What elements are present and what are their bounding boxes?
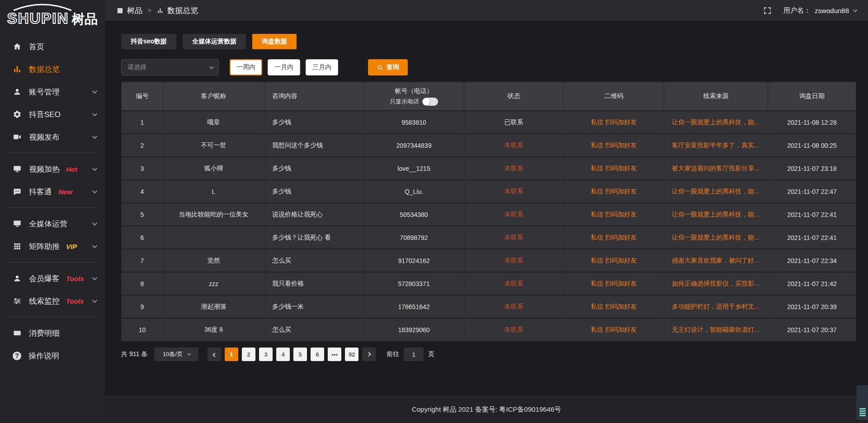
cell-number: 4	[141, 188, 144, 195]
cell-nickname: zzz	[209, 280, 218, 287]
video-icon	[13, 132, 22, 141]
cell-date: 2021-11-08 00:25	[787, 142, 837, 149]
tab-media-operation-data[interactable]: 全媒体运营数据	[183, 34, 246, 49]
page-button-1[interactable]: 1	[225, 348, 238, 361]
page-button-2[interactable]: 2	[242, 348, 255, 361]
lead-source-link[interactable]: 客厅安装投影半年多了，真实...	[672, 141, 760, 149]
tab-douyin-seo-data[interactable]: 抖音seo数据	[121, 34, 176, 49]
page-button-•••[interactable]: •••	[328, 348, 341, 361]
tab-inquiry-data[interactable]: 询盘数据	[252, 34, 297, 49]
pagination-total: 共 911 条	[121, 350, 147, 358]
sidebar-item-media-operation[interactable]: 全媒体运营	[0, 212, 105, 235]
cell-date: 2021-11-07 22:41	[787, 234, 837, 241]
lead-source-link[interactable]: 多功能护栏灯，适用于乡村文...	[672, 303, 760, 310]
range-button-one-month[interactable]: 一月内	[268, 59, 300, 75]
floating-widget[interactable]	[857, 385, 868, 420]
next-page-button[interactable]	[362, 348, 376, 361]
phone-toggle[interactable]	[422, 98, 438, 106]
filter-select[interactable]: 请选择	[121, 59, 219, 75]
qrcode-links[interactable]: 私信 扫码加好友	[591, 326, 637, 333]
table-row: 9潮起潮落多少钱一米178651642未联系私信 扫码加好友多功能护栏灯，适用于…	[122, 295, 856, 318]
qrcode-links[interactable]: 私信 扫码加好友	[591, 234, 637, 241]
column-header-label: 二维码	[604, 92, 623, 99]
page-button-92[interactable]: 92	[345, 348, 359, 361]
logo-text-cn: 树品	[71, 12, 98, 26]
qrcode-links[interactable]: 私信 扫码加好友	[591, 280, 637, 287]
lead-source-link[interactable]: 无主灯设计，智能磁吸轨道灯...	[672, 326, 760, 333]
cell-nickname: 当地比较能吃的一位美女	[179, 211, 249, 218]
fullscreen-icon[interactable]	[763, 6, 772, 15]
sidebar-divider	[7, 207, 98, 208]
sidebar-item-account-management[interactable]: 账号管理	[0, 80, 105, 103]
table-row: 3狐小狸多少钱love__1215未联系私信 扫码加好友被大家追着问的客厅投影分…	[122, 157, 856, 180]
status-badge: 未联系	[505, 188, 524, 195]
sidebar-item-data-overview[interactable]: 数据总览	[0, 58, 105, 80]
goto-page-input[interactable]: 1	[404, 348, 424, 361]
sidebar: SHUPIN树品 首页数据总览账号管理抖音SEO视频发布视频加热Hot抖客通Ne…	[0, 0, 105, 423]
sidebar-divider	[7, 153, 98, 153]
sidebar-item-douyin-seo[interactable]: 抖音SEO	[0, 103, 105, 126]
cell-content: 怎么买	[272, 257, 291, 264]
page-size-select[interactable]: 10条/页	[154, 348, 198, 361]
qrcode-links[interactable]: 私信 扫码加好友	[591, 257, 637, 264]
range-button-three-months[interactable]: 三月内	[306, 59, 338, 75]
page-button-3[interactable]: 3	[259, 348, 273, 361]
qrcode-links[interactable]: 私信 扫码加好友	[591, 211, 637, 218]
cell-account: 572803371	[398, 280, 429, 287]
chevron-down-icon	[92, 166, 97, 171]
sidebar-item-operation-guide[interactable]: ?操作说明	[0, 344, 105, 367]
sidebar-item-label: 矩阵助推	[29, 241, 60, 252]
sidebar-item-badge: Tools	[66, 275, 84, 282]
sidebar-item-video-publish[interactable]: 视频发布	[0, 126, 105, 148]
cell-number: 5	[141, 211, 144, 218]
prev-page-button[interactable]	[208, 348, 221, 361]
sidebar-item-video-heat[interactable]: 视频加热Hot	[0, 158, 105, 180]
lead-source-link[interactable]: 让你一眼就爱上的黑科技，能...	[672, 211, 760, 218]
cell-nickname: L	[212, 188, 216, 195]
question-icon: ?	[13, 352, 21, 360]
sidebar-item-lead-monitor[interactable]: 线索监控Tools	[0, 290, 105, 312]
cell-nickname: 不可一世	[201, 141, 226, 149]
qrcode-links[interactable]: 私信 扫码加好友	[591, 141, 637, 149]
page-button-4[interactable]: 4	[276, 348, 290, 361]
sidebar-item-label: 首页	[29, 42, 44, 52]
chevron-down-icon	[92, 243, 97, 248]
cell-account: 917024162	[398, 257, 429, 264]
chevron-down-icon	[209, 65, 214, 69]
logo-arc-icon	[12, 2, 73, 11]
qrcode-links[interactable]: 私信 扫码加好友	[591, 188, 637, 195]
data-tabs: 抖音seo数据全媒体运营数据询盘数据	[121, 34, 856, 49]
lead-source-link[interactable]: 被大家追着问的客厅投影分享...	[672, 164, 760, 172]
sidebar-item-matrix-boost[interactable]: 矩阵助推VIP	[0, 235, 105, 258]
table-header-row: 编号客户昵称咨询内容帐号（电话）只显示电话状态二维码线索来源询盘日期	[122, 82, 856, 111]
breadcrumb-root[interactable]: 树品	[127, 5, 142, 16]
goto-suffix: 页	[428, 350, 434, 358]
sidebar-item-label: 视频发布	[29, 132, 60, 142]
search-button[interactable]: 查询	[368, 59, 408, 75]
cell-content: 多少钱	[272, 164, 291, 172]
page-button-5[interactable]: 5	[293, 348, 307, 361]
range-button-one-week[interactable]: 一周内	[230, 59, 262, 75]
qrcode-links[interactable]: 私信 扫码加好友	[591, 303, 637, 310]
lead-source-link[interactable]: 让你一眼就爱上的黑科技，能...	[672, 118, 760, 126]
footer: Copyright 树品 2021 备案号: 粤ICP备09019646号	[105, 396, 868, 423]
sidebar-item-doukaotong[interactable]: 抖客通New	[0, 180, 105, 203]
page-size-value: 10条/页	[163, 350, 183, 358]
cell-account: 9583810	[401, 119, 426, 126]
lead-source-link[interactable]: 感谢大家喜欢我家，被问了好...	[672, 257, 760, 264]
lead-source-link[interactable]: 如何正确选择投影仪，买投影...	[672, 280, 760, 287]
breadcrumb-current: 数据总览	[167, 5, 198, 16]
sidebar-item-member-baoke[interactable]: 会员爆客Tools	[0, 267, 105, 290]
sidebar-item-consume-detail[interactable]: 消费明细	[0, 322, 105, 344]
user-menu[interactable]: 用户名：zswodun88	[783, 6, 856, 15]
sidebar-item-label: 线索监控	[29, 296, 60, 306]
table-row: 1哦章多少钱9583810已联系私信 扫码加好友让你一眼就爱上的黑科技，能...…	[122, 111, 856, 134]
page-button-6[interactable]: 6	[311, 348, 324, 361]
sidebar-item-home[interactable]: 首页	[0, 35, 105, 58]
lead-source-link[interactable]: 让你一眼就爱上的黑科技，能...	[672, 188, 760, 195]
goto-page: 前往 1 页	[387, 348, 434, 361]
qrcode-links[interactable]: 私信 扫码加好友	[591, 164, 637, 172]
lead-source-link[interactable]: 让你一眼就爱上的黑科技，能...	[672, 234, 760, 241]
copyright-text: Copyright 树品 2021 备案号: 粤ICP备09019646号	[412, 405, 561, 414]
qrcode-links[interactable]: 私信 扫码加好友	[591, 118, 637, 126]
